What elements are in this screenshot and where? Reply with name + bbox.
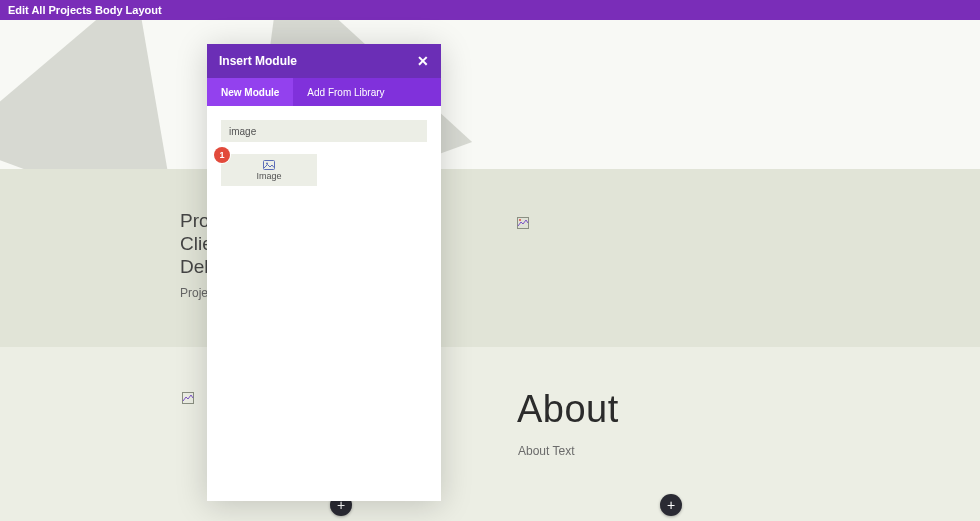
about-text: About Text bbox=[518, 444, 574, 458]
top-bar: Edit All Projects Body Layout bbox=[0, 0, 980, 20]
step-badge: 1 bbox=[214, 147, 230, 163]
image-icon bbox=[263, 160, 275, 170]
modal-body: 1 Image bbox=[207, 106, 441, 501]
plus-icon: + bbox=[667, 497, 675, 513]
module-search-input[interactable] bbox=[221, 120, 427, 142]
svg-rect-3 bbox=[264, 160, 275, 169]
tab-add-from-library[interactable]: Add From Library bbox=[293, 78, 398, 106]
svg-rect-2 bbox=[183, 393, 194, 404]
broken-image-icon bbox=[182, 392, 194, 404]
add-module-button[interactable]: + bbox=[660, 494, 682, 516]
top-bar-title: Edit All Projects Body Layout bbox=[8, 4, 162, 16]
close-icon[interactable]: ✕ bbox=[417, 53, 429, 69]
hero-band bbox=[0, 20, 980, 169]
modal-tabs: New Module Add From Library bbox=[207, 78, 441, 106]
about-section bbox=[0, 347, 980, 521]
module-results: 1 Image bbox=[221, 154, 427, 186]
modal-header: Insert Module ✕ bbox=[207, 44, 441, 78]
modal-title: Insert Module bbox=[219, 54, 297, 68]
module-option-label: Image bbox=[256, 171, 281, 181]
svg-rect-0 bbox=[518, 218, 529, 229]
project-info-band bbox=[0, 169, 980, 347]
about-heading: About bbox=[517, 388, 619, 431]
svg-point-1 bbox=[519, 219, 521, 221]
tab-new-module[interactable]: New Module bbox=[207, 78, 293, 106]
broken-image-icon bbox=[517, 217, 529, 229]
insert-module-modal: Insert Module ✕ New Module Add From Libr… bbox=[207, 44, 441, 501]
module-option-image[interactable]: 1 Image bbox=[221, 154, 317, 186]
